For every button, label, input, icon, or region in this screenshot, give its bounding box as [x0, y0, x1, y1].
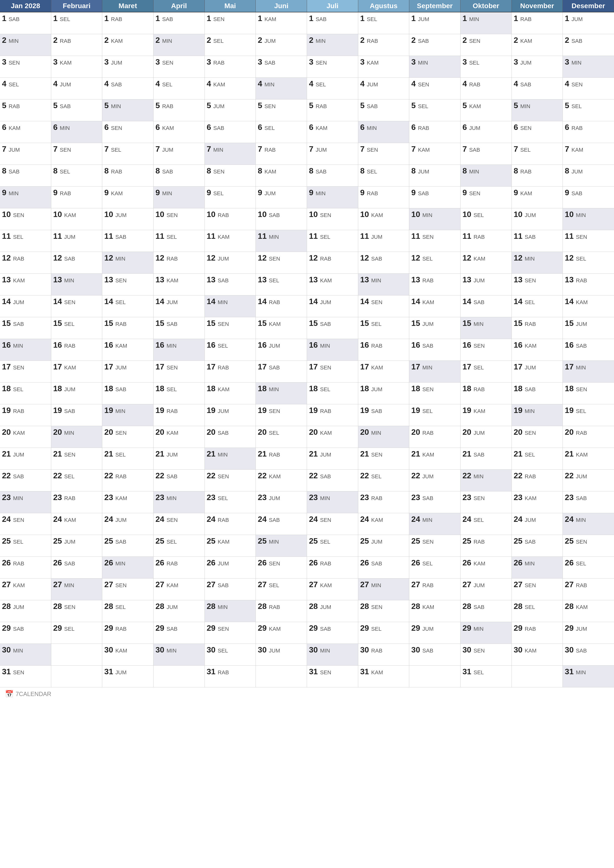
day-abbr: SAB: [216, 430, 229, 436]
day-abbr: JUM: [114, 669, 126, 676]
day-cell-mai-31: 31 RAB: [205, 666, 256, 687]
day-cell-mar-30: 30 KAM: [102, 644, 154, 666]
day-cell-jun-14: 14 RAB: [256, 295, 307, 317]
day-cell-mar-10: 10 JUM: [102, 208, 154, 230]
day-cell-ags-31: 31 KAM: [358, 666, 409, 687]
day-cell-apr-9: 9 MIN: [154, 186, 205, 208]
day-cell-jun-2: 2 JUM: [256, 34, 307, 56]
day-num: 13: [411, 275, 420, 284]
day-abbr: SAB: [165, 626, 177, 632]
day-cell-feb-25: 25 JUM: [51, 535, 103, 557]
day-num: 31: [2, 667, 11, 676]
day-num: 5: [258, 101, 262, 110]
day-abbr: SAB: [267, 364, 280, 370]
day-abbr: SAB: [12, 321, 24, 327]
day-abbr: JUM: [421, 626, 434, 632]
day-cell-jul-2: 2 MIN: [307, 34, 358, 56]
day-cell-apr-12: 12 RAB: [154, 252, 205, 274]
day-num: 17: [207, 362, 216, 371]
day-cell-sep-22: 22 JUM: [409, 470, 460, 491]
day-num: 22: [258, 471, 267, 480]
day-num: 9: [411, 188, 416, 197]
day-num: 11: [104, 232, 113, 240]
day-cell-nov-10: 10 JUM: [512, 208, 563, 230]
day-cell-mai-26: 26 JUM: [205, 557, 256, 578]
day-num: 6: [53, 123, 58, 132]
day-abbr: RAB: [421, 277, 434, 284]
day-abbr: JUM: [417, 169, 429, 175]
day-num: 30: [565, 645, 574, 654]
day-num: 14: [104, 297, 113, 306]
day-abbr: SEL: [267, 582, 279, 588]
day-num: 9: [258, 188, 262, 197]
day-abbr: RAB: [319, 256, 331, 262]
day-num: 27: [2, 580, 11, 589]
day-num: 21: [104, 450, 113, 458]
day-abbr: KAM: [472, 560, 485, 567]
day-cell-mai-17: 17 RAB: [205, 361, 256, 383]
day-cell-des-19: 19 SEL: [563, 404, 614, 426]
day-abbr: RAB: [114, 473, 126, 479]
day-abbr: KAM: [165, 430, 179, 436]
day-cell-des-11: 11 SEN: [563, 230, 614, 252]
day-num: 6: [258, 123, 262, 132]
day-abbr: RAB: [472, 386, 485, 392]
day-cell-apr-15: 15 SAB: [154, 317, 205, 339]
day-cell-okt-1: 1 MIN: [460, 12, 512, 34]
day-cell-jun-28: 28 RAB: [256, 600, 307, 622]
day-num: 13: [2, 275, 11, 284]
day-cell-jan-12: 12 RAB: [0, 252, 51, 274]
day-num: 5: [309, 101, 314, 110]
day-num: 17: [155, 362, 165, 371]
day-cell-mar-23: 23 KAM: [102, 491, 154, 513]
day-num: 20: [462, 428, 471, 437]
day-abbr: KAM: [58, 60, 72, 66]
day-cell-okt-16: 16 SEN: [460, 339, 512, 361]
day-abbr: RAB: [58, 38, 71, 44]
day-num: 21: [258, 450, 267, 458]
day-abbr: RAB: [267, 299, 280, 305]
day-abbr: SAB: [417, 38, 429, 44]
day-cell-des-24: 24 MIN: [563, 513, 614, 535]
day-cell-jul-31: 31 SEN: [307, 666, 358, 687]
day-num: 11: [565, 232, 574, 240]
day-num: 27: [53, 580, 62, 589]
day-cell-mai-7: 7 MIN: [205, 143, 256, 165]
day-abbr: MIN: [7, 38, 19, 44]
day-abbr: RAB: [12, 256, 24, 262]
day-abbr: KAM: [519, 38, 532, 44]
day-cell-nov-29: 29 RAB: [512, 622, 563, 644]
day-cell-mar-3: 3 JUM: [102, 56, 154, 78]
calendar-icon: 📅: [5, 690, 14, 698]
day-num: 3: [104, 57, 109, 66]
day-num: 25: [411, 536, 420, 546]
day-abbr: MIN: [267, 386, 279, 392]
day-num: 14: [2, 297, 11, 306]
day-cell-feb-12: 12 SAB: [51, 252, 103, 274]
footer: 📅 7CALENDAR: [0, 687, 614, 701]
day-num: 2: [258, 36, 262, 45]
day-cell-ags-1: 1 SEL: [358, 12, 409, 34]
day-abbr: MIN: [109, 103, 121, 109]
day-abbr: SAB: [7, 169, 20, 175]
day-abbr: SEN: [523, 582, 536, 588]
day-num: 10: [2, 210, 11, 219]
day-cell-jul-17: 17 SEN: [307, 361, 358, 383]
day-abbr: JUM: [523, 364, 536, 370]
day-abbr: JUM: [216, 560, 229, 567]
day-abbr: KAM: [109, 190, 123, 197]
day-num: 1: [207, 14, 211, 23]
day-num: 6: [411, 123, 416, 132]
day-num: 22: [2, 471, 11, 480]
day-abbr: RAB: [7, 103, 20, 109]
day-cell-ags-26: 26 SAB: [358, 557, 409, 578]
day-abbr: MIN: [12, 495, 23, 501]
day-num: 30: [207, 645, 216, 654]
day-abbr: SEN: [263, 103, 275, 109]
day-abbr: SAB: [114, 539, 126, 545]
day-num: 16: [2, 341, 11, 349]
day-num: 27: [309, 580, 318, 589]
header-des: Desember: [563, 0, 614, 12]
day-abbr: MIN: [216, 299, 227, 305]
day-abbr: JUM: [165, 451, 178, 458]
